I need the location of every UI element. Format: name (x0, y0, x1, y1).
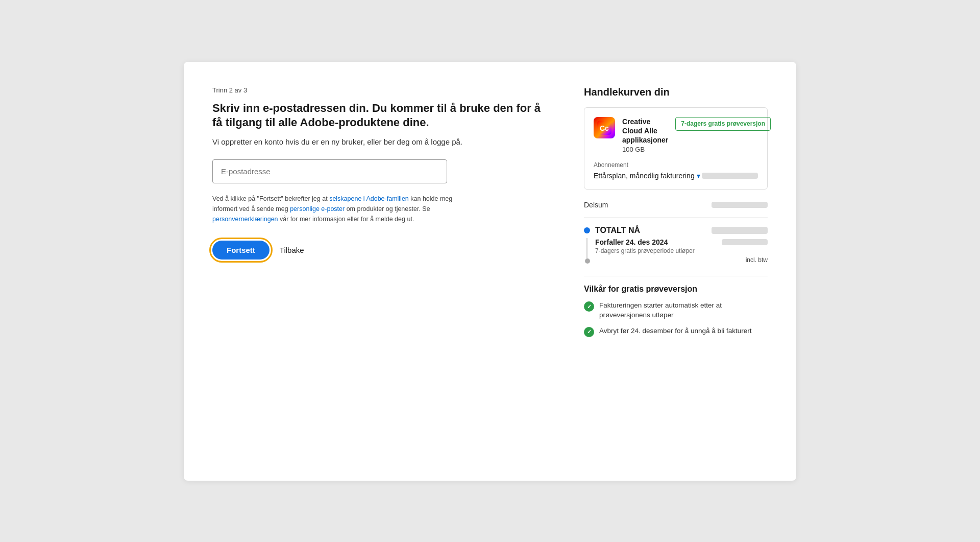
svg-text:Cc: Cc (600, 124, 609, 132)
step-label: Trinn 2 av 3 (212, 86, 553, 94)
sidebar-title: Handlekurven din (584, 86, 768, 98)
product-name: Creative Cloud Alle applikasjoner (622, 117, 668, 145)
forfaller-row: Forfaller 24. des 2024 (595, 238, 768, 246)
line-col (584, 238, 590, 264)
line-segment (586, 238, 587, 258)
product-info: Creative Cloud Alle applikasjoner 100 GB (622, 117, 668, 154)
incl-btw: incl. btw (595, 256, 768, 264)
terms-text: Ved å klikke på "Fortsett" bekrefter jeg… (212, 194, 478, 224)
dot-grey (585, 258, 590, 264)
button-row: Fortsett Tilbake (212, 241, 553, 260)
vilkar-title: Vilkår for gratis prøveversjon (584, 276, 768, 294)
forfaller-section: Forfaller 24. des 2024 7-dagers gratis p… (584, 238, 768, 264)
vilkar-item-1: Faktureringen starter automatisk etter a… (584, 301, 768, 320)
vilkar-item-2: Avbryt før 24. desember for å unngå å bl… (584, 326, 768, 337)
check-icon-2 (584, 327, 594, 337)
email-input[interactable] (212, 159, 447, 183)
delsum-bar (712, 202, 768, 208)
totalt-bar (712, 227, 768, 234)
plan-row: Ettårsplan, månedlig fakturering ▾ (594, 172, 758, 180)
forfaller-col: Forfaller 24. des 2024 7-dagers gratis p… (595, 238, 768, 264)
main-subtitle: Vi oppretter en konto hvis du er en ny b… (212, 137, 553, 146)
product-storage: 100 GB (622, 146, 668, 153)
totalt-label: TOTALT NÅ (595, 226, 706, 235)
cart-card: Cc Creative Cloud Alle applikasjoner 100… (584, 107, 768, 190)
terms-text-4: vår for mer informasjon eller for å meld… (278, 216, 414, 223)
terms-text-3: om produkter og tjenester. Se (345, 205, 430, 213)
totalt-section: TOTALT NÅ Forfaller 24. des 2024 7-dager… (584, 226, 768, 264)
forfaller-bar (722, 239, 768, 245)
sidebar-section: Handlekurven din (584, 86, 768, 456)
forfaller-sub: 7-dagers gratis prøveperiode utløper (595, 247, 768, 254)
abonnement-label: Abonnement (594, 161, 758, 169)
totalt-row: TOTALT NÅ (584, 226, 768, 235)
vilkar-text-2: Avbryt før 24. desember for å unngå å bl… (599, 326, 751, 336)
plan-chevron-icon[interactable]: ▾ (697, 172, 700, 180)
delsum-row: Delsum (584, 201, 768, 209)
cart-product-row: Cc Creative Cloud Alle applikasjoner 100… (594, 117, 758, 154)
main-section: Trinn 2 av 3 Skriv inn e-postadressen di… (212, 86, 553, 456)
terms-link-2[interactable]: personlige e-poster (290, 205, 345, 213)
creative-cloud-icon: Cc (594, 117, 615, 138)
terms-link-3[interactable]: personvernerklæringen (212, 216, 278, 223)
plan-price-bar (702, 173, 758, 179)
tilbake-button[interactable]: Tilbake (280, 246, 304, 254)
vilkar-section: Vilkår for gratis prøveversjon Faktureri… (584, 276, 768, 337)
main-title: Skriv inn e-postadressen din. Du kommer … (212, 101, 553, 130)
terms-link-1[interactable]: selskapene i Adobe-familien (329, 195, 409, 202)
terms-text-1: Ved å klikke på "Fortsett" bekrefter jeg… (212, 195, 329, 202)
delsum-label: Delsum (584, 201, 608, 209)
forfaller-label: Forfaller 24. des 2024 (595, 238, 668, 246)
vilkar-text-1: Faktureringen starter automatisk etter a… (599, 301, 768, 320)
plan-text: Ettårsplan, månedlig fakturering (594, 172, 695, 180)
divider (584, 217, 768, 218)
dot-blue (584, 227, 590, 233)
main-card: Trinn 2 av 3 Skriv inn e-postadressen di… (184, 62, 796, 481)
fortsett-button[interactable]: Fortsett (212, 241, 270, 260)
trial-badge: 7-dagers gratis prøveversjon (675, 117, 771, 131)
check-icon-1 (584, 301, 594, 312)
